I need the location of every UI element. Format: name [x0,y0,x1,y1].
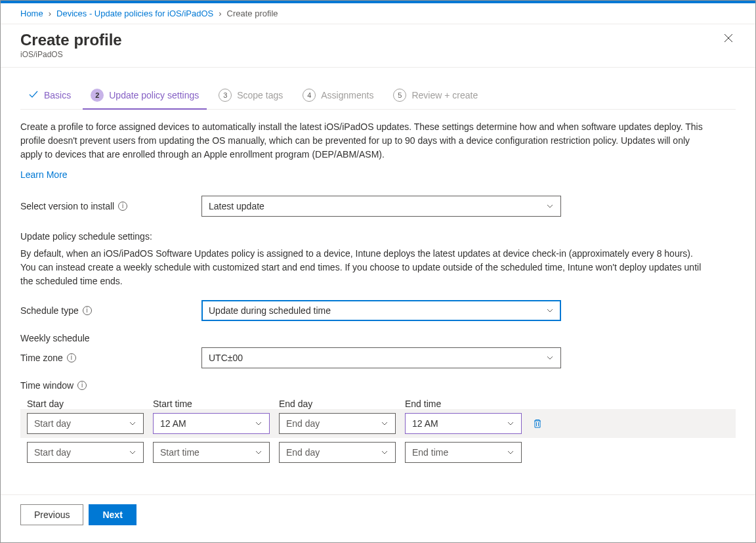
chevron-down-icon [129,448,136,456]
info-icon[interactable]: i [118,202,127,211]
step-basics[interactable]: Basics [20,84,79,108]
page-title: Create profile [20,31,122,50]
schedule-type-value: Update during scheduled time [209,305,331,316]
end-day-dropdown[interactable]: End day [279,413,396,434]
end-time-dropdown[interactable]: 12 AM [405,413,522,434]
select-version-value: Latest update [209,201,264,211]
end-day-dropdown[interactable]: End day [279,442,396,463]
field-time-zone: Time zone i UTC±00 [20,347,736,368]
select-version-label: Select version to install i [20,201,201,211]
schedule-paragraph: By default, when an iOS/iPadOS Software … [20,247,703,288]
step-assignments-label: Assignments [321,90,373,100]
th-end-time: End time [405,399,531,409]
info-icon[interactable]: i [67,353,76,362]
step-review-label: Review + create [411,90,478,100]
step-scope-tags[interactable]: 3 Scope tags [211,83,291,108]
delete-row-button[interactable] [531,418,544,429]
chevron-down-icon [546,202,554,210]
step-number-2: 2 [91,89,104,102]
breadcrumb-home-link[interactable]: Home [20,9,43,18]
end-time-placeholder: End time [412,447,448,458]
chevron-down-icon [507,448,514,456]
time-window-row: Start day 12 AM End day 12 AM [20,409,736,438]
breadcrumb-devices-link[interactable]: Devices - Update policies for iOS/iPadOS [56,9,213,18]
th-start-day: Start day [27,399,153,409]
time-window-label-text: Time window [20,380,74,391]
header-titles: Create profile iOS/iPadOS [20,31,122,59]
chevron-down-icon [507,420,514,427]
step-update-policy-settings[interactable]: 2 Update policy settings [83,83,207,110]
th-end-day: End day [279,399,405,409]
time-zone-dropdown[interactable]: UTC±00 [201,347,561,368]
step-number-3: 3 [219,89,232,102]
time-window-table: Start day Start time End day End time St… [20,399,736,467]
info-icon[interactable]: i [83,306,92,315]
checkmark-icon [28,89,39,102]
chevron-down-icon [381,448,388,456]
start-day-placeholder: Start day [34,447,71,458]
learn-more-link[interactable]: Learn More [20,169,68,180]
select-version-dropdown[interactable]: Latest update [201,196,561,217]
field-schedule-type: Schedule type i Update during scheduled … [20,300,736,321]
next-button[interactable]: Next [89,504,136,525]
schedule-type-label: Schedule type i [20,305,201,316]
start-time-value: 12 AM [160,418,186,429]
wizard-footer: Previous Next [1,494,755,542]
schedule-type-label-text: Schedule type [20,305,79,316]
schedule-type-dropdown[interactable]: Update during scheduled time [201,300,561,321]
step-basics-label: Basics [44,90,71,100]
step-review-create[interactable]: 5 Review + create [385,83,486,108]
step-number-4: 4 [303,89,316,102]
time-window-row: Start day Start time End day End time [20,438,736,467]
select-version-label-text: Select version to install [20,201,114,211]
time-zone-label-text: Time zone [20,353,63,363]
breadcrumb-current: Create profile [227,9,278,18]
chevron-down-icon [546,354,554,362]
chevron-down-icon [129,420,136,427]
chevron-right-icon: › [219,9,221,18]
chevron-down-icon [255,420,262,427]
info-icon[interactable]: i [77,381,87,390]
start-time-placeholder: Start time [160,447,200,458]
weekly-schedule-heading: Weekly schedule [20,333,736,343]
chevron-down-icon [381,420,388,427]
th-start-time: Start time [153,399,279,409]
start-time-dropdown[interactable]: 12 AM [153,413,270,434]
start-day-dropdown[interactable]: Start day [27,413,144,434]
step-number-5: 5 [393,89,406,102]
trash-icon [532,418,543,429]
step-assignments[interactable]: 4 Assignments [295,83,381,108]
main-content: Create a profile to force assigned devic… [1,110,755,467]
app-frame: Home › Devices - Update policies for iOS… [0,0,756,543]
close-button[interactable] [721,31,736,47]
field-time-window: Time window i [20,380,736,391]
previous-button[interactable]: Previous [20,504,83,525]
step-update-label: Update policy settings [109,90,199,100]
start-day-placeholder: Start day [34,418,71,429]
page-subtitle: iOS/iPadOS [20,50,122,59]
chevron-down-icon [255,448,262,456]
end-day-placeholder: End day [286,418,320,429]
page-header: Create profile iOS/iPadOS [1,24,755,68]
time-window-headers: Start day Start time End day End time [20,399,736,409]
time-zone-label: Time zone i [20,353,201,363]
field-select-version: Select version to install i Latest updat… [20,196,736,217]
close-icon [724,33,733,43]
intro-paragraph: Create a profile to force assigned devic… [20,120,703,162]
end-time-value: 12 AM [412,418,438,429]
time-window-label: Time window i [20,380,201,391]
breadcrumb: Home › Devices - Update policies for iOS… [1,3,755,24]
start-time-dropdown[interactable]: Start time [153,442,270,463]
wizard-steps: Basics 2 Update policy settings 3 Scope … [20,83,736,110]
end-day-placeholder: End day [286,447,320,458]
schedule-heading: Update policy schedule settings: [20,231,736,242]
end-time-dropdown[interactable]: End time [405,442,522,463]
chevron-right-icon: › [49,9,51,18]
time-zone-value: UTC±00 [209,353,243,363]
step-scope-label: Scope tags [237,90,283,100]
start-day-dropdown[interactable]: Start day [27,442,144,463]
chevron-down-icon [546,307,554,315]
